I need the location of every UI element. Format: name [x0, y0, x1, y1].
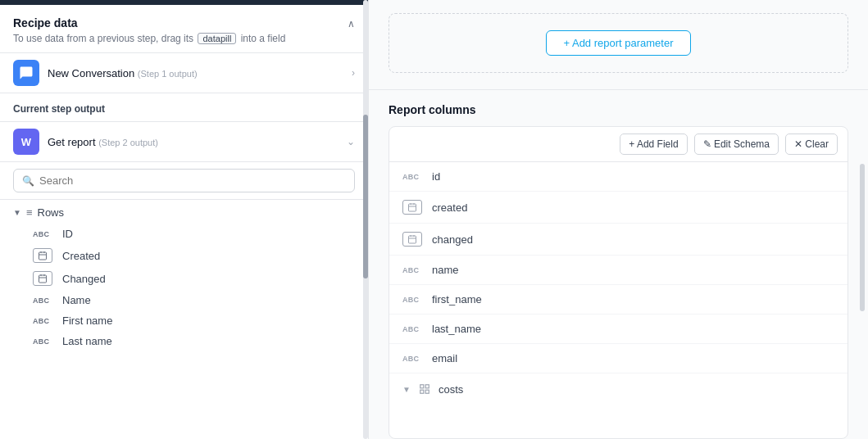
- type-abc-icon: ABC: [33, 296, 56, 305]
- recipe-header: Recipe data To use data from a previous …: [0, 5, 368, 53]
- scrollbar-thumb[interactable]: [363, 115, 368, 278]
- costs-grid-icon: [417, 382, 432, 396]
- step1-meta: (Step 1 output): [138, 69, 198, 79]
- step1-chevron-icon: ›: [352, 67, 355, 79]
- list-item[interactable]: ABC ID: [13, 224, 355, 244]
- col-firstname-name: first_name: [432, 293, 482, 305]
- rows-group-label: Rows: [38, 206, 65, 219]
- svg-rect-0: [39, 252, 47, 260]
- scrollbar[interactable]: [363, 0, 368, 439]
- step1-item[interactable]: New Conversation (Step 1 output) ›: [0, 53, 368, 93]
- svg-rect-12: [409, 236, 416, 243]
- type-abc-icon: ABC: [33, 317, 56, 325]
- costs-toggle-icon[interactable]: ▼: [402, 385, 411, 394]
- table-row: ▼ costs: [389, 373, 848, 405]
- report-columns-title: Report columns: [389, 103, 848, 116]
- item-name-label: Name: [62, 294, 91, 306]
- col-email-name: email: [432, 352, 457, 364]
- current-step-label: Current step output: [0, 93, 368, 122]
- table-row: ABC last_name: [389, 315, 848, 344]
- col-name-name: name: [432, 264, 459, 276]
- columns-list: ABC id: [389, 162, 848, 438]
- item-created-label: Created: [62, 250, 100, 262]
- search-container: 🔍: [0, 162, 368, 200]
- search-icon: 🔍: [22, 175, 34, 187]
- svg-rect-8: [409, 204, 416, 211]
- step1-icon: [13, 60, 39, 86]
- item-firstname-label: First name: [62, 315, 112, 327]
- add-report-section: + Add report parameter: [369, 0, 868, 90]
- col-type-cal: [402, 200, 425, 215]
- col-id-name: id: [432, 170, 440, 183]
- col-type-abc: ABC: [402, 266, 425, 274]
- add-field-button[interactable]: + Add Field: [620, 134, 687, 155]
- search-input[interactable]: [39, 174, 346, 187]
- list-item[interactable]: Created: [13, 244, 355, 267]
- col-changed-name: changed: [432, 233, 473, 246]
- step2-chevron-icon: ⌄: [347, 136, 355, 147]
- table-row: ABC id: [389, 162, 848, 192]
- table-row: ABC name: [389, 256, 848, 285]
- columns-toolbar: + Add Field ✎ Edit Schema ✕ Clear: [389, 127, 848, 162]
- col-type-abc: ABC: [402, 325, 425, 333]
- add-report-parameter-button[interactable]: + Add report parameter: [546, 30, 690, 56]
- svg-rect-4: [39, 275, 47, 283]
- step2-item[interactable]: W Get report (Step 2 output) ⌄: [0, 122, 368, 162]
- table-row: created: [389, 192, 848, 224]
- col-type-abc: ABC: [402, 173, 425, 181]
- col-costs-name: costs: [439, 383, 463, 396]
- step2-icon: W: [13, 129, 39, 155]
- list-item[interactable]: ABC Name: [13, 290, 355, 310]
- type-abc-icon: ABC: [33, 230, 56, 238]
- table-row: changed: [389, 224, 848, 256]
- columns-box: + Add Field ✎ Edit Schema ✕ Clear ABC id: [389, 126, 848, 439]
- tree-group-rows[interactable]: ▼ ≡ Rows: [13, 206, 355, 219]
- rows-toggle-icon: ▼: [13, 208, 21, 217]
- type-cal-icon: [33, 248, 56, 263]
- edit-schema-button[interactable]: ✎ Edit Schema: [694, 134, 779, 155]
- recipe-data-subtitle: To use data from a previous step, drag i…: [13, 33, 285, 44]
- search-wrapper: 🔍: [13, 169, 355, 192]
- collapse-icon[interactable]: ∧: [348, 18, 355, 29]
- col-type-abc: ABC: [402, 355, 425, 363]
- svg-rect-18: [420, 390, 424, 393]
- recipe-data-title: Recipe data: [13, 16, 285, 29]
- step2-meta: (Step 2 output): [98, 138, 158, 147]
- list-item[interactable]: Changed: [13, 267, 355, 290]
- left-panel: Recipe data To use data from a previous …: [0, 0, 369, 439]
- step1-name: New Conversation: [48, 67, 134, 79]
- list-item[interactable]: ABC Last name: [13, 331, 355, 351]
- type-cal-icon: [33, 271, 56, 286]
- item-id-label: ID: [62, 228, 73, 240]
- table-row: ABC first_name: [389, 285, 848, 315]
- item-changed-label: Changed: [62, 273, 106, 285]
- svg-rect-19: [425, 390, 429, 393]
- col-type-cal: [402, 232, 425, 247]
- type-abc-icon: ABC: [33, 337, 56, 346]
- rows-list-icon: ≡: [26, 206, 33, 219]
- list-item[interactable]: ABC First name: [13, 310, 355, 331]
- table-row: ABC email: [389, 344, 848, 373]
- svg-rect-17: [425, 385, 429, 388]
- tree-container: ▼ ≡ Rows ABC ID: [0, 200, 368, 439]
- datapill-badge: datapill: [198, 33, 236, 44]
- col-lastname-name: last_name: [432, 323, 481, 335]
- col-created-name: created: [432, 201, 467, 214]
- svg-rect-16: [420, 385, 424, 388]
- item-lastname-label: Last name: [62, 335, 112, 347]
- step2-name: Get report: [48, 136, 96, 148]
- report-columns-section: Report columns + Add Field ✎ Edit Schema…: [369, 90, 868, 439]
- clear-button[interactable]: ✕ Clear: [785, 134, 838, 155]
- col-type-abc: ABC: [402, 296, 425, 304]
- right-panel: + Add report parameter Report columns + …: [369, 0, 868, 439]
- tree-rows-group: ▼ ≡ Rows ABC ID: [0, 200, 368, 358]
- right-scrollbar[interactable]: [860, 164, 865, 311]
